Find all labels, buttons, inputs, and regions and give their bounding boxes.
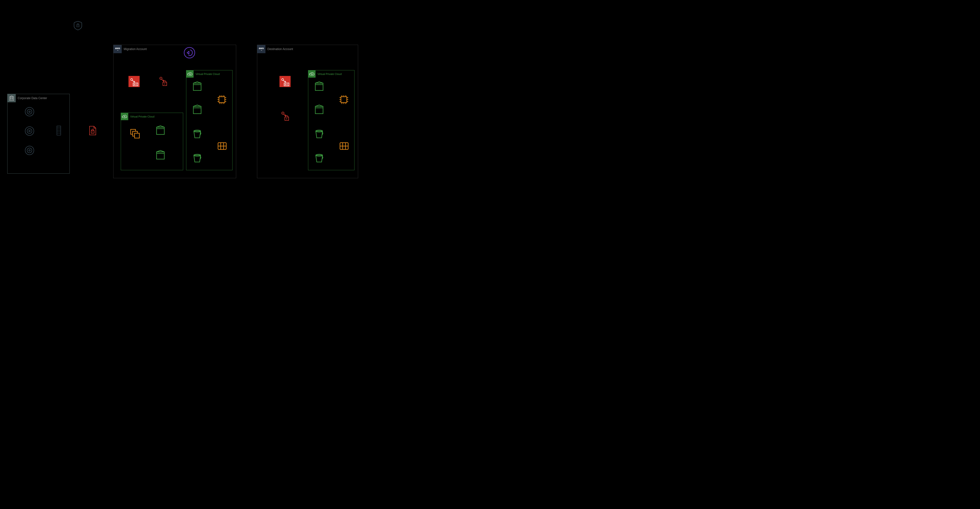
destination-account-title: Destination Account [267, 48, 293, 51]
migration-account-container: aws ⌣ Migration Account Virtual Private … [113, 45, 236, 178]
stacked-copies-icon [129, 128, 140, 139]
credentials-icon [129, 76, 140, 87]
aws-logo-icon: aws ⌣ [257, 45, 266, 53]
chip-icon [216, 94, 228, 105]
disk-icon [24, 125, 35, 136]
disk-icon [24, 145, 35, 156]
server-rack-icon [56, 125, 62, 136]
vpc-title: Virtual Private Cloud [196, 73, 220, 75]
key-lock-icon [280, 110, 291, 121]
box-container-icon [155, 125, 166, 136]
cloud-lock-icon [121, 113, 128, 120]
aws-logo-icon: aws ⌣ [113, 45, 122, 53]
bucket-icon [192, 152, 203, 163]
vpc-header: Virtual Private Cloud [308, 70, 354, 78]
disk-icon [24, 106, 35, 117]
box-container-icon [313, 81, 325, 92]
migration-account-title: Migration Account [124, 48, 146, 51]
migration-account-header: aws ⌣ Migration Account [113, 45, 236, 53]
destination-account-header: aws ⌣ Destination Account [257, 45, 358, 53]
corporate-data-center-container: Corporate Data Center [7, 94, 70, 174]
key-lock-icon [158, 75, 169, 87]
corporate-header: Corporate Data Center [8, 94, 70, 102]
bucket-icon [313, 152, 325, 163]
box-container-icon [155, 149, 166, 160]
grid-table-icon [216, 141, 228, 152]
vpc-title: Virtual Private Cloud [130, 115, 154, 118]
vpc-header: Virtual Private Cloud [121, 113, 183, 120]
bucket-icon [313, 128, 325, 139]
vpc-migration-right: Virtual Private Cloud [186, 70, 232, 170]
chip-icon [338, 94, 349, 105]
vpc-destination: Virtual Private Cloud [308, 70, 355, 170]
corporate-title: Corporate Data Center [18, 97, 47, 100]
shield-badge-icon [72, 20, 84, 32]
box-container-icon [313, 104, 325, 115]
building-icon [8, 94, 16, 102]
cloud-lock-icon [186, 70, 194, 78]
vpc-migration-left: Virtual Private Cloud [121, 113, 183, 170]
migration-service-icon [184, 47, 195, 59]
box-container-icon [192, 81, 203, 92]
vpc-header: Virtual Private Cloud [186, 70, 232, 78]
encrypted-file-icon [88, 125, 98, 136]
vpc-title: Virtual Private Cloud [317, 73, 342, 75]
destination-account-container: aws ⌣ Destination Account Virtual Privat… [257, 45, 358, 178]
credentials-icon [280, 76, 291, 87]
grid-table-icon [338, 141, 349, 152]
cloud-lock-icon [308, 70, 315, 78]
box-container-icon [192, 104, 203, 115]
bucket-icon [192, 128, 203, 139]
